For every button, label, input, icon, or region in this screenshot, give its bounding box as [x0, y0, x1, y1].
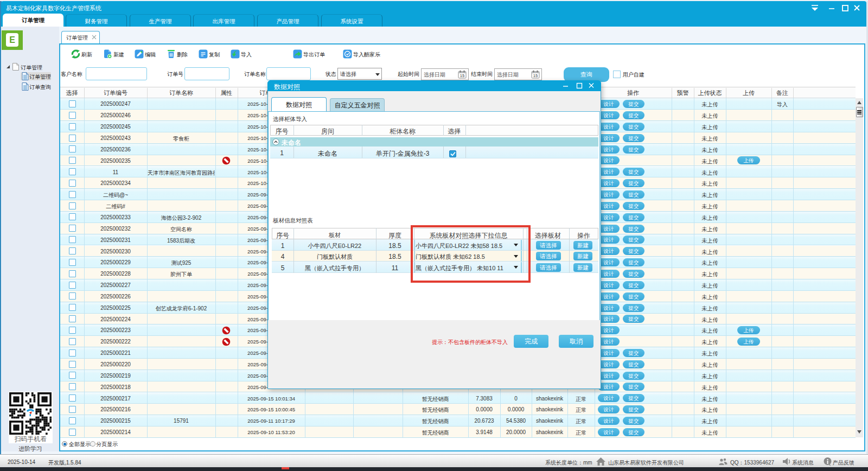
svg-text:15: 15: [533, 73, 538, 78]
svg-text:15: 15: [460, 73, 464, 78]
